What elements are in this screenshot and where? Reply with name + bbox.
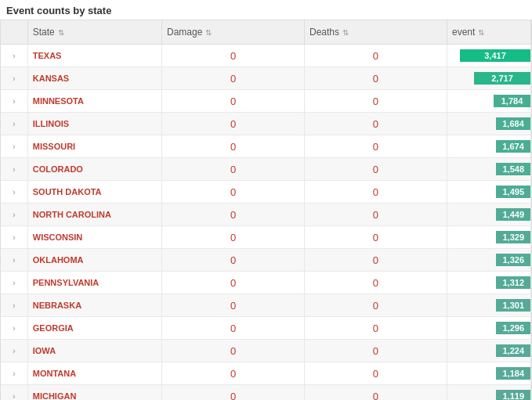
- damage-cell: 0: [162, 67, 305, 90]
- state-cell: IOWA: [27, 340, 161, 362]
- damage-cell: 0: [162, 90, 305, 113]
- expand-cell[interactable]: ›: [1, 385, 27, 401]
- table-row[interactable]: ›MONTANA001,184: [1, 362, 531, 385]
- state-cell: WISCONSIN: [27, 226, 161, 249]
- expand-cell[interactable]: ›: [1, 113, 27, 135]
- table-row[interactable]: ›KANSAS002,717: [1, 67, 531, 90]
- table-row[interactable]: ›GEORGIA001,296: [1, 317, 531, 340]
- expand-cell[interactable]: ›: [1, 158, 27, 181]
- event-value: 1,784: [494, 95, 530, 107]
- data-table: State ⇅ Damage ⇅ Deaths ⇅: [1, 20, 531, 400]
- damage-cell: 0: [162, 385, 305, 401]
- deaths-cell: 0: [304, 249, 447, 272]
- event-cell: 1,674: [447, 135, 530, 158]
- event-cell: 2,717: [447, 67, 530, 90]
- table-row[interactable]: ›COLORADO001,548: [1, 158, 531, 181]
- widget-title: Event counts by state: [0, 0, 532, 20]
- deaths-cell: 0: [304, 67, 447, 90]
- damage-cell: 0: [162, 226, 305, 249]
- table-row[interactable]: ›MINNESOTA001,784: [1, 90, 531, 113]
- damage-col-header[interactable]: Damage ⇅: [162, 20, 305, 45]
- state-cell: MINNESOTA: [27, 90, 161, 113]
- deaths-cell: 0: [304, 181, 447, 204]
- state-cell: MISSOURI: [27, 135, 161, 158]
- expand-cell[interactable]: ›: [1, 362, 27, 385]
- event-cell: 1,296: [447, 317, 530, 340]
- state-cell: TEXAS: [27, 45, 161, 67]
- expand-cell[interactable]: ›: [1, 67, 27, 90]
- expand-cell[interactable]: ›: [1, 272, 27, 294]
- table-row[interactable]: ›OKLAHOMA001,326: [1, 249, 531, 272]
- table-container: State ⇅ Damage ⇅ Deaths ⇅: [0, 20, 532, 400]
- event-value: 1,301: [496, 299, 530, 312]
- state-cell: ILLINOIS: [27, 113, 161, 135]
- expand-cell[interactable]: ›: [1, 90, 27, 113]
- deaths-cell: 0: [304, 340, 447, 362]
- event-value: 1,449: [496, 208, 530, 221]
- event-value: 1,495: [496, 186, 530, 198]
- event-cell: 1,548: [447, 158, 530, 181]
- table-row[interactable]: ›ILLINOIS001,684: [1, 113, 531, 135]
- event-value: 3,417: [460, 49, 530, 62]
- state-cell: MONTANA: [27, 362, 161, 385]
- event-cell: 1,449: [447, 204, 530, 226]
- expand-cell[interactable]: ›: [1, 340, 27, 362]
- state-cell: MICHIGAN: [27, 385, 161, 401]
- event-cell: 1,784: [447, 90, 530, 113]
- deaths-cell: 0: [304, 204, 447, 226]
- event-cell: 3,417: [447, 45, 530, 67]
- damage-cell: 0: [162, 204, 305, 226]
- event-value: 1,296: [496, 322, 530, 334]
- expand-cell[interactable]: ›: [1, 135, 27, 158]
- expand-cell[interactable]: ›: [1, 317, 27, 340]
- event-cell: 1,312: [447, 272, 530, 294]
- expand-cell[interactable]: ›: [1, 249, 27, 272]
- event-cell: 1,119: [447, 385, 530, 401]
- state-cell: COLORADO: [27, 158, 161, 181]
- table-header-row: State ⇅ Damage ⇅ Deaths ⇅: [1, 20, 531, 45]
- state-cell: PENNSYLVANIA: [27, 272, 161, 294]
- expand-cell[interactable]: ›: [1, 226, 27, 249]
- table-row[interactable]: ›NEBRASKA001,301: [1, 294, 531, 317]
- state-cell: KANSAS: [27, 67, 161, 90]
- table-row[interactable]: ›MISSOURI001,674: [1, 135, 531, 158]
- table-row[interactable]: ›SOUTH DAKOTA001,495: [1, 181, 531, 204]
- table-row[interactable]: ›WISCONSIN001,329: [1, 226, 531, 249]
- expand-cell[interactable]: ›: [1, 204, 27, 226]
- event-sort-icon[interactable]: ⇅: [478, 28, 484, 37]
- deaths-col-header[interactable]: Deaths ⇅: [304, 20, 447, 45]
- table-row[interactable]: ›NORTH CAROLINA001,449: [1, 204, 531, 226]
- event-value: 1,326: [496, 254, 530, 266]
- deaths-sort-icon[interactable]: ⇅: [342, 28, 349, 37]
- table-row[interactable]: ›MICHIGAN001,119: [1, 385, 531, 401]
- event-value: 1,329: [496, 231, 530, 243]
- deaths-cell: 0: [304, 272, 447, 294]
- expand-cell[interactable]: ›: [1, 181, 27, 204]
- state-sort-icon[interactable]: ⇅: [58, 28, 64, 37]
- event-value: 1,684: [496, 117, 530, 130]
- damage-cell: 0: [162, 362, 305, 385]
- state-col-header[interactable]: State ⇅: [27, 20, 161, 45]
- event-value: 1,224: [496, 344, 530, 357]
- event-cell: 1,301: [447, 294, 530, 317]
- damage-sort-icon[interactable]: ⇅: [205, 28, 212, 37]
- expand-col-header: [1, 20, 27, 45]
- deaths-cell: 0: [304, 135, 447, 158]
- table-body: ›TEXAS003,417›KANSAS002,717›MINNESOTA001…: [1, 45, 531, 401]
- event-value: 1,312: [496, 276, 530, 289]
- table-row[interactable]: ›IOWA001,224: [1, 340, 531, 362]
- expand-cell[interactable]: ›: [1, 45, 27, 67]
- state-cell: NEBRASKA: [27, 294, 161, 317]
- expand-cell[interactable]: ›: [1, 294, 27, 317]
- event-cell: 1,326: [447, 249, 530, 272]
- event-value: 2,717: [474, 72, 530, 85]
- event-col-header[interactable]: event ⇅: [447, 20, 530, 45]
- damage-cell: 0: [162, 181, 305, 204]
- table-row[interactable]: ›TEXAS003,417: [1, 45, 531, 67]
- table-row[interactable]: ›PENNSYLVANIA001,312: [1, 272, 531, 294]
- event-cell: 1,329: [447, 226, 530, 249]
- event-cell: 1,184: [447, 362, 530, 385]
- damage-cell: 0: [162, 113, 305, 135]
- deaths-cell: 0: [304, 45, 447, 67]
- state-cell: NORTH CAROLINA: [27, 204, 161, 226]
